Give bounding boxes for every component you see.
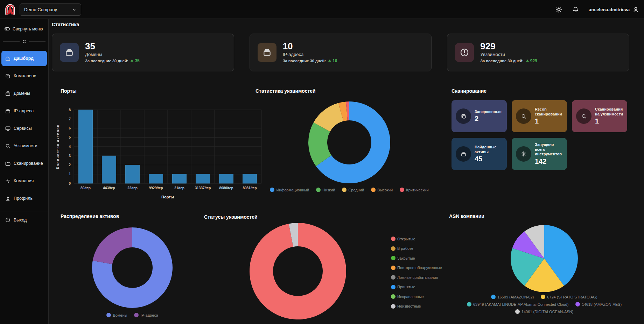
chevron-down-icon — [72, 7, 77, 12]
search-icon — [5, 143, 11, 149]
svg-text:Порты: Порты — [161, 195, 174, 199]
theme-toggle-button[interactable] — [555, 6, 563, 13]
legend-dot — [391, 304, 396, 309]
legend-item[interactable]: IP-адреса — [134, 313, 158, 317]
scanning-cards: Завершенные 2 Recon сканирований 1 Скани… — [451, 100, 627, 170]
alert-circle-icon — [455, 43, 474, 62]
legend-item[interactable]: 6724 (STRATO STRATO AG) — [541, 295, 597, 299]
legend-item[interactable]: В работе — [391, 246, 442, 251]
stat-label: IP-адреса — [283, 52, 337, 57]
legend-dot — [270, 188, 274, 192]
svg-text:443/tcp: 443/tcp — [103, 186, 115, 190]
stat-card-vulnerabilities: 929 Уязвимости За последние 30 дней: 929 — [447, 34, 629, 71]
legend-dot — [515, 309, 520, 314]
search-icon — [516, 108, 531, 124]
legend-label: Исправленные — [397, 295, 424, 299]
stat-label: Уязвимости — [480, 52, 537, 57]
legend-item[interactable]: Информационный — [270, 188, 309, 192]
vuln-stats-legend: ИнформационныйНизкийСреднийВысокийКритич… — [260, 188, 439, 192]
user-menu[interactable]: am.elena.dmitrieva — [589, 6, 639, 13]
legend-item[interactable]: Низкий — [316, 188, 335, 192]
logout-button[interactable]: Выход — [0, 211, 48, 223]
sidebar-item-domains[interactable]: Домены — [1, 86, 47, 101]
sidebar-item-services[interactable]: Сервисы — [1, 121, 47, 136]
drag-grid-icon — [22, 40, 26, 43]
legend-item[interactable]: Неизвестные — [391, 304, 442, 309]
sidebar-item-scanning[interactable]: Сканирование — [1, 156, 47, 171]
legend-item[interactable]: Повторно обнаруженные — [391, 266, 442, 270]
collapse-menu-button[interactable]: Свернуть меню — [0, 19, 48, 32]
scan-card-completed[interactable]: Завершенные 2 — [451, 100, 507, 132]
user-icon — [632, 6, 639, 13]
search-icon — [576, 108, 592, 124]
stat-trend: За последние 30 дней: 10 — [283, 58, 337, 63]
legend-label: Повторно обнаруженные — [397, 266, 442, 270]
legend-item[interactable]: Исправленные — [391, 294, 442, 299]
legend-label: Средний — [348, 188, 364, 192]
legend-dot — [371, 188, 376, 192]
legend-item[interactable]: 16509 (AMAZON-02) — [491, 295, 534, 299]
folder-icon — [5, 161, 11, 167]
legend-item[interactable]: Ложные срабатывания — [391, 275, 442, 280]
pie-slice — [250, 223, 346, 319]
scan-card-tools-launched[interactable]: Запущено всего инструментов 142 — [512, 138, 567, 170]
copy-icon — [456, 108, 471, 124]
archive-icon — [60, 43, 79, 62]
collapse-toggle-icon — [4, 26, 10, 32]
main-content: Статистика 35 Домены За последние 30 дне… — [49, 19, 644, 324]
legend-item[interactable]: Открытые — [391, 237, 442, 241]
trend-up-icon — [131, 59, 133, 62]
scan-card-vuln-scans[interactable]: Сканирований на уязвимости 1 — [572, 100, 627, 132]
monitor-icon — [5, 126, 11, 132]
legend-label: Критический — [406, 188, 428, 192]
sidebar-item-dashboard[interactable]: Дашборд — [1, 51, 47, 66]
sidebar-item-ip-addresses[interactable]: IP-адреса — [1, 103, 47, 119]
bar — [173, 174, 187, 183]
vuln-stats-chart-title: Статистика уязвимостей — [255, 88, 316, 94]
sidebar-item-profile[interactable]: Профиль — [1, 191, 47, 206]
legend-item[interactable]: Критический — [400, 188, 428, 192]
legend-label: 6724 (STRATO STRATO AG) — [547, 295, 597, 299]
asset-distribution-donut-chart — [92, 227, 173, 308]
bar — [102, 156, 116, 183]
legend-dot — [391, 256, 396, 260]
legend-label: Закрытые — [397, 256, 415, 260]
svg-text:8: 8 — [69, 108, 71, 112]
legend-item[interactable]: Принятые — [391, 285, 442, 289]
legend-dot — [391, 294, 396, 299]
sidebar-item-vulnerabilities[interactable]: Уязвимости — [1, 138, 47, 154]
bar — [196, 174, 210, 183]
legend-item[interactable]: 14061 (DIGITALOCEAN-ASN) — [515, 309, 573, 314]
legend-item[interactable]: Средний — [342, 188, 364, 192]
stat-value: 35 — [85, 42, 140, 51]
legend-dot — [391, 275, 396, 280]
legend-item[interactable]: Домены — [106, 313, 127, 317]
legend-item[interactable]: Высокий — [371, 188, 393, 192]
svg-text:8081/tcp: 8081/tcp — [243, 186, 257, 190]
stats-section-title: Статистика — [52, 22, 79, 27]
username: am.elena.dmitrieva — [589, 7, 630, 12]
legend-label: Информационный — [276, 188, 309, 192]
svg-text:21/tcp: 21/tcp — [174, 186, 184, 190]
pie-slice — [93, 227, 132, 264]
sidebar-item-compliance[interactable]: Комплаенс — [1, 68, 47, 84]
svg-text:5: 5 — [69, 135, 71, 139]
stat-card-domains: 35 Домены За последние 30 дней: 35 — [52, 34, 234, 71]
svg-text:9929/tcp: 9929/tcp — [149, 186, 163, 190]
topbar: Demo Company am.elena.dmitrieva — [0, 0, 644, 19]
archive-icon — [5, 91, 11, 97]
company-selector[interactable]: Demo Company — [20, 3, 81, 16]
ports-bar-chart: 01234567880/tcp443/tcp22/tcp9929/tcp21/t… — [54, 92, 268, 201]
legend-dot — [391, 246, 396, 251]
legend-item[interactable]: 63949 (AKAMAI-LINODE-AP Akamai Connected… — [467, 302, 568, 307]
scan-card-recon[interactable]: Recon сканирований 1 — [512, 100, 567, 132]
scan-card-found-assets[interactable]: Найденные активы 45 — [451, 138, 507, 170]
legend-item[interactable]: 14618 (AMAZON-AES) — [575, 302, 622, 307]
copy-icon — [5, 73, 11, 79]
notifications-button[interactable] — [572, 6, 580, 13]
legend-dot — [106, 313, 111, 317]
legend-item[interactable]: Закрытые — [391, 256, 442, 260]
legend-dot — [541, 295, 545, 299]
archive-icon — [456, 146, 471, 162]
sidebar-item-company[interactable]: Компания — [1, 173, 47, 189]
